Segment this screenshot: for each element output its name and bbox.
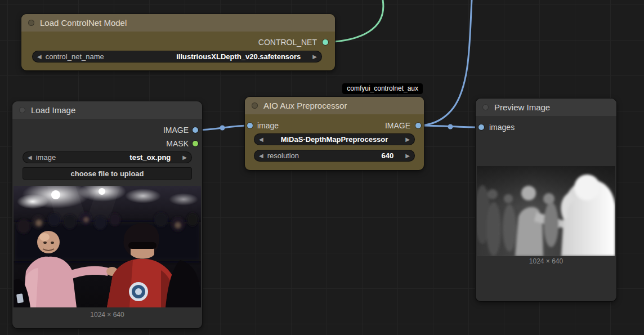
node-graph-canvas[interactable]: Load ControlNet Model CONTROL_NET ◀ cont… xyxy=(0,0,644,335)
widget-value: 640 xyxy=(382,151,394,160)
node-title: AIO Aux Preprocessor xyxy=(263,101,347,110)
node-titlebar[interactable]: Load ControlNet Model xyxy=(21,14,335,32)
depth-map-illustration xyxy=(477,166,615,256)
output-row: MASK xyxy=(12,138,202,149)
link-from-top-to-preprocessor-output xyxy=(419,0,472,126)
node-title: Preview Image xyxy=(494,102,550,112)
input-label-images: images xyxy=(489,123,515,132)
node-title: Load ControlNet Model xyxy=(40,18,127,28)
input-port-images[interactable] xyxy=(478,124,484,130)
widget-label: resolution xyxy=(267,151,299,160)
node-titlebar[interactable]: Preview Image xyxy=(476,99,616,116)
next-option-arrow-icon[interactable]: ▶ xyxy=(405,137,410,142)
output-port-mask[interactable] xyxy=(193,141,198,146)
output-label-mask: MASK xyxy=(166,139,189,148)
node-titlebar[interactable]: AIO Aux Preprocessor xyxy=(245,97,424,114)
upload-file-button[interactable]: choose file to upload xyxy=(23,167,192,180)
output-row: IMAGE xyxy=(12,124,202,136)
increment-arrow-icon[interactable]: ▶ xyxy=(182,155,187,160)
collapse-toggle-icon[interactable] xyxy=(28,20,34,26)
node-titlebar[interactable]: Load Image xyxy=(12,101,202,119)
link-midpoint-dot xyxy=(220,126,225,131)
link-preprocessor-to-preview xyxy=(418,126,481,127)
output-row: IMAGE xyxy=(245,120,424,131)
combo-value: MiDaS-DepthMapPreprocessor xyxy=(267,135,402,144)
output-label-image: IMAGE xyxy=(163,126,189,135)
widget-control-net-name[interactable]: ◀ control_net_name illustriousXLDepth_v2… xyxy=(32,51,322,62)
depth-map-preview xyxy=(477,166,615,256)
increment-arrow-icon[interactable]: ▶ xyxy=(312,54,317,60)
loaded-image-preview xyxy=(14,186,201,307)
widget-value: test_ox.png xyxy=(129,153,171,162)
widget-value: illustriousXLDepth_v20.safetensors xyxy=(176,52,301,61)
collapse-toggle-icon[interactable] xyxy=(252,102,258,109)
widget-label: image xyxy=(36,153,56,162)
output-port-image[interactable] xyxy=(415,123,421,128)
node-source-badge: comfyui_controlnet_aux xyxy=(342,83,423,94)
increment-arrow-icon[interactable]: ▶ xyxy=(405,153,410,159)
widget-image-filename[interactable]: ◀ image test_ox.png ▶ xyxy=(23,151,192,163)
widget-resolution[interactable]: ◀ resolution 640 ▶ xyxy=(254,150,415,162)
image-size-caption: 1024 × 640 xyxy=(476,257,616,265)
link-loadimage-to-preprocessor xyxy=(195,126,250,130)
node-load-image[interactable]: Load Image IMAGE MASK ◀ image test_ox.pn… xyxy=(12,101,202,328)
output-label-controlnet: CONTROL_NET xyxy=(258,38,317,47)
output-label-image: IMAGE xyxy=(385,121,410,130)
output-port-controlnet[interactable] xyxy=(323,39,328,45)
decrement-arrow-icon[interactable]: ◀ xyxy=(28,155,32,160)
node-aio-aux-preprocessor[interactable]: comfyui_controlnet_aux AIO Aux Preproces… xyxy=(245,97,424,170)
widget-label: control_net_name xyxy=(46,52,104,61)
node-preview-image[interactable]: Preview Image images xyxy=(476,99,616,301)
output-port-image[interactable] xyxy=(193,127,198,133)
input-row: images xyxy=(476,122,616,133)
collapse-toggle-icon[interactable] xyxy=(482,104,489,110)
link-midpoint-dot xyxy=(448,124,453,129)
node-title: Load Image xyxy=(31,105,75,115)
collapse-toggle-icon[interactable] xyxy=(19,107,25,113)
image-size-caption: 1024 × 640 xyxy=(12,311,202,319)
battle-photo-illustration xyxy=(14,186,201,307)
decrement-arrow-icon[interactable]: ◀ xyxy=(259,153,263,159)
prev-option-arrow-icon[interactable]: ◀ xyxy=(259,137,263,142)
output-row: CONTROL_NET xyxy=(21,37,335,48)
node-load-controlnet-model[interactable]: Load ControlNet Model CONTROL_NET ◀ cont… xyxy=(21,14,335,70)
widget-preprocessor-combo[interactable]: ◀ MiDaS-DepthMapPreprocessor ▶ xyxy=(254,133,415,145)
decrement-arrow-icon[interactable]: ◀ xyxy=(37,54,42,60)
